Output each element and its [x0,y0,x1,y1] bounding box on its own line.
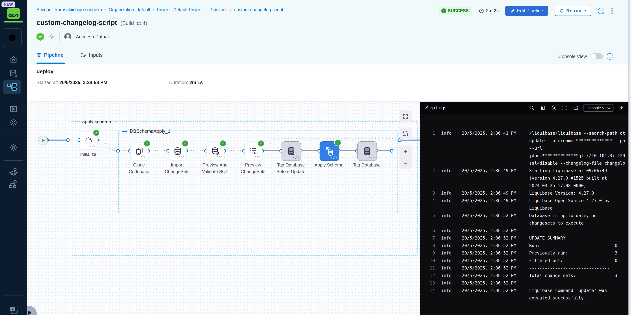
log-message: Previously run: 3 [529,249,628,257]
more-options-icon[interactable]: ••• [611,8,613,14]
log-line-number: 14 [424,287,435,294]
breadcrumb-org[interactable]: Organization: default [109,7,150,12]
module-selector-button[interactable] [3,28,22,47]
clone-icon [135,147,144,156]
step-label: Tag DatabaseBefore Update [270,162,312,175]
log-line-number: 7 [424,234,435,242]
step-label: Tag Database [346,162,387,168]
pipeline-meta-row: ∞ Animesh Pathak [36,32,110,41]
log-row: 13 info 20/5/2025, 2:36:52 PM [420,279,628,287]
step-node-tag-database[interactable]: </> [358,142,377,161]
log-level: info [441,249,454,257]
nav-divider-green [4,21,23,22]
log-timestamp: 20/5/2025, 2:36:41 PM [462,130,524,137]
logs-console-view-button[interactable]: Console View [584,104,614,112]
step-node-tag-database-before-update[interactable]: </> [282,142,301,161]
log-timestamp: 20/5/2025, 2:36:52 PM [462,257,524,264]
log-message: UPDATE SUMMARY [529,234,628,242]
console-view-info-icon[interactable]: i [607,53,613,60]
gear-outline-icon [9,118,18,127]
marquee-select-button[interactable] [400,128,412,140]
pipeline-flow-icon [7,83,17,91]
copy-icon[interactable] [540,105,546,111]
tab-pipeline[interactable]: Pipeline [36,52,64,58]
nav-environment[interactable] [0,118,27,127]
nav-home[interactable] [0,55,27,64]
step-label: CloneCodebase [118,162,160,175]
log-message [529,279,628,287]
tab-inputs[interactable]: Inputs [80,52,103,58]
step-node-clone-codebase[interactable]: ✓ </> [130,142,148,160]
log-row: 8 info 20/5/2025, 2:36:52 PM Run: 0 [420,242,628,249]
author-name: Animesh Pathak [76,34,110,40]
header-actions: ✓ SUCCESS 2m 2s Edit Pipeline Re-run [439,6,613,16]
step-node-apply-schema-selected[interactable]: ✓ </> [320,142,339,161]
database-devops-logo-icon[interactable] [5,7,22,21]
scrollbar-track[interactable] [629,0,630,315]
step-logs-title: Step Logs [425,105,446,110]
success-check-icon: ✓ [334,139,341,146]
breadcrumb-pipelines[interactable]: Pipelines [209,7,228,12]
breadcrumb-current[interactable]: custom-changelog-script [234,7,283,12]
refresh-icon [84,136,93,145]
nav-settings[interactable] [0,142,27,153]
log-message: Database is up to date, nochangesets to … [529,212,628,227]
console-view-toggle[interactable] [590,53,603,59]
step-node-preview-validate-sql[interactable]: ✓ </> [206,142,224,160]
nav-executions[interactable] [0,104,27,114]
help-chat-icon: ? [9,306,18,315]
play-box-icon [9,104,18,114]
zoom-in-button[interactable]: + [404,148,408,156]
expand-arrow-icon [28,310,32,315]
caret-down-icon: ▼ [584,9,587,13]
step-node-initialize[interactable]: ✓ </> [80,132,98,150]
pipeline-start-node[interactable] [38,136,48,145]
nav-help[interactable]: ? [0,305,27,315]
download-icon[interactable] [618,105,624,111]
fit-to-screen-button[interactable] [400,110,412,122]
log-timestamp: 20/5/2025, 2:36:49 PM [462,189,524,197]
log-timestamp: 20/5/2025, 2:36:52 PM [462,242,524,249]
log-message: Run: 0 [529,242,628,249]
rerun-button[interactable]: Re-run ▼ [555,6,591,16]
title-row: custom-changelog-script (Build Id: 4) [36,19,147,26]
chevron-right-icon: › [230,7,232,12]
search-icon[interactable] [529,105,535,111]
fullscreen-icon[interactable] [562,105,568,111]
log-level: info [441,264,454,272]
vertical-divider [60,32,60,41]
step-label: PreviewChangeSets [232,162,274,175]
log-line-number: 4 [424,197,435,204]
open-in-new-icon[interactable] [573,105,579,111]
pipeline-canvas[interactable]: —apply schema —DBSchemaApply_1 [27,102,420,315]
log-level: info [441,279,454,287]
zoom-out-button[interactable]: − [404,159,408,167]
rerun-info-icon[interactable]: i [598,8,604,14]
breadcrumb-account[interactable]: Account: kurosakiichigo.songoku [36,7,102,12]
edit-pipeline-button[interactable]: Edit Pipeline [506,6,548,16]
log-lines[interactable]: 1 info 20/5/2025, 2:36:41 PM /liquibase/… [420,114,628,315]
console-view-control: Console View i [558,53,613,60]
log-row: 12 info 20/5/2025, 2:36:52 PM Total chan… [420,272,628,279]
pipeline-tab-icon [36,52,42,58]
log-level: info [441,272,454,279]
success-check-icon: ✓ [220,140,227,147]
log-timestamp: 20/5/2025, 2:36:52 PM [462,264,524,272]
step-label: Initialize [68,151,109,158]
log-line-number: 13 [424,279,435,287]
settings-gear-icon[interactable] [550,105,557,111]
log-level: info [441,257,454,264]
breadcrumb-project[interactable]: Project: Default Project [157,7,203,12]
nav-pipelines-selected[interactable] [3,80,21,94]
nav-database-settings[interactable] [0,69,27,79]
zoom-controls: + − [400,146,412,169]
cube-icon [7,33,17,43]
play-icon [42,138,45,142]
pipeline-settings-gear-icon[interactable] [48,34,55,40]
page-header: Account: kurosakiichigo.songoku› Organiz… [27,0,628,64]
step-node-import-changesets[interactable]: ✓ </> [168,142,186,160]
nav-infrastructure[interactable] [0,179,27,189]
nav-layers[interactable] [0,167,27,177]
step-node-preview-changesets[interactable]: </> ✓ </> [244,142,262,160]
log-row: 14 info 20/5/2025, 2:36:52 PM Liquibase … [420,287,628,302]
